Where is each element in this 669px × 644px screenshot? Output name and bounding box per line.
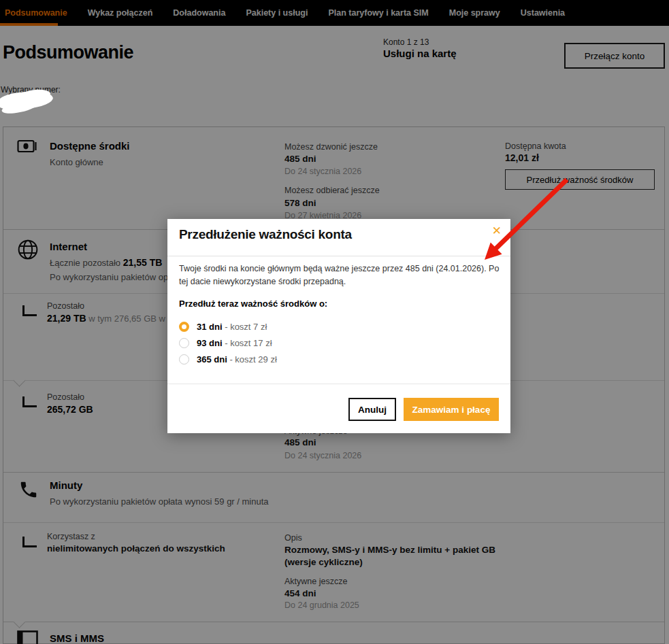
option-cost: - koszt 29 zł (229, 354, 276, 365)
modal-divider (167, 256, 510, 256)
modal-footer-divider (167, 384, 510, 384)
option-cost: - koszt 7 zł (225, 322, 267, 332)
radio-icon[interactable] (179, 338, 189, 348)
cancel-button[interactable]: Anuluj (348, 398, 396, 421)
option-days: 31 dni (197, 322, 223, 332)
radio-option-31-dni[interactable]: 31 dni - koszt 7 zł (179, 320, 267, 333)
modal-body-text: Twoje środki na koncie głównym będą ważn… (179, 262, 506, 288)
option-days: 365 dni (197, 354, 227, 365)
order-and-pay-button[interactable]: Zamawiam i płacę (404, 398, 499, 421)
option-cost: - koszt 17 zł (225, 338, 272, 348)
radio-option-365-dni[interactable]: 365 dni - koszt 29 zł (179, 353, 277, 365)
radio-icon[interactable] (179, 354, 189, 365)
radio-selected-icon[interactable] (179, 322, 189, 332)
extend-validity-modal: Przedłużenie ważności konta ✕ Twoje środ… (167, 219, 510, 433)
close-icon[interactable]: ✕ (492, 224, 502, 238)
radio-option-label: 365 dni - koszt 29 zł (197, 354, 277, 365)
modal-title: Przedłużenie ważności konta (179, 227, 352, 242)
option-days: 93 dni (197, 338, 223, 348)
modal-choose-label: Przedłuż teraz ważność środków o: (179, 299, 327, 309)
radio-option-label: 31 dni - koszt 7 zł (197, 322, 267, 332)
radio-option-label: 93 dni - koszt 17 zł (197, 338, 272, 348)
radio-option-93-dni[interactable]: 93 dni - koszt 17 zł (179, 337, 272, 349)
